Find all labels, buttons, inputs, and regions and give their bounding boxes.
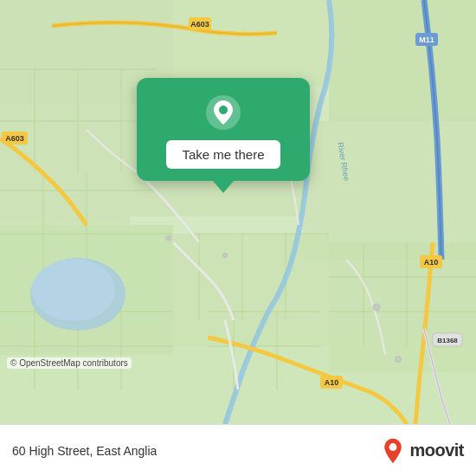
location-pin-icon	[204, 93, 242, 132]
svg-point-52	[166, 235, 171, 241]
popup-card: Take me there	[137, 78, 310, 181]
bottom-bar: 60 High Street, East Anglia moovit	[0, 424, 476, 476]
svg-text:A10: A10	[325, 378, 339, 387]
svg-text:A10: A10	[424, 258, 439, 267]
svg-rect-4	[0, 104, 130, 225]
svg-text:A603: A603	[5, 134, 24, 143]
svg-text:M11: M11	[419, 35, 434, 44]
svg-rect-3	[329, 0, 476, 121]
address-text: 60 High Street, East Anglia	[12, 444, 157, 458]
map: A603 A603 M11 A10 A10 B1368 River Rhee ©…	[0, 0, 476, 424]
moovit-logo: moovit	[381, 437, 464, 465]
svg-point-58	[389, 443, 397, 451]
osm-attribution: © OpenStreetMap contributors	[7, 357, 132, 369]
svg-point-54	[373, 304, 380, 311]
svg-point-57	[219, 106, 228, 114]
moovit-wordmark: moovit	[409, 441, 464, 460]
svg-point-55	[396, 357, 402, 363]
svg-point-38	[32, 259, 115, 321]
svg-text:B1368: B1368	[437, 337, 458, 344]
moovit-pin-icon	[381, 437, 405, 465]
take-me-there-button[interactable]: Take me there	[166, 140, 280, 169]
svg-text:A603: A603	[190, 20, 209, 29]
svg-point-53	[223, 254, 228, 258]
svg-rect-2	[173, 0, 329, 87]
